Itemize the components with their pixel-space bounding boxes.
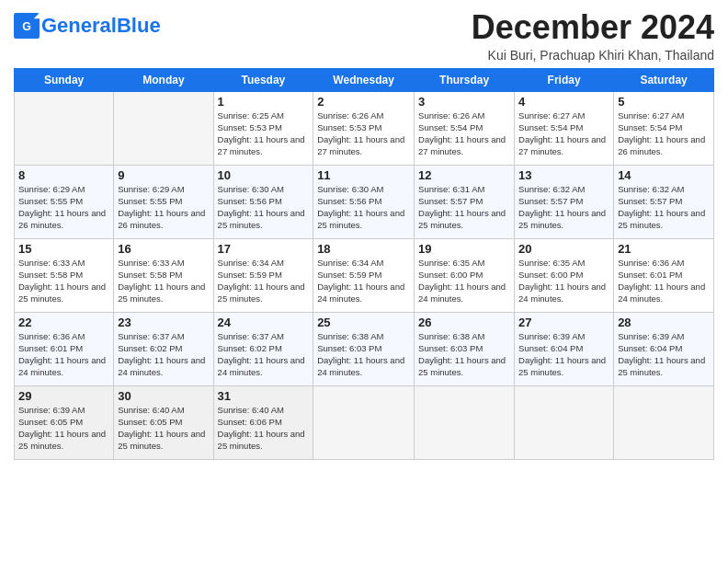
month-title: December 2024	[472, 9, 714, 46]
day-number: 10	[218, 168, 310, 182]
day-info: Sunrise: 6:38 AMSunset: 6:03 PMDaylight:…	[317, 330, 410, 379]
day-info: Sunrise: 6:30 AMSunset: 5:56 PMDaylight:…	[218, 183, 310, 232]
day-info: Sunrise: 6:35 AMSunset: 6:00 PMDaylight:…	[518, 257, 609, 305]
table-row: 13Sunrise: 6:32 AMSunset: 5:57 PMDayligh…	[515, 165, 614, 238]
day-number: 15	[18, 242, 109, 256]
col-thursday: Thursday	[415, 68, 515, 91]
day-number: 26	[418, 316, 510, 329]
day-info: Sunrise: 6:26 AMSunset: 5:53 PMDaylight:…	[317, 109, 410, 158]
table-row: 5Sunrise: 6:27 AMSunset: 5:54 PMDaylight…	[614, 91, 714, 165]
table-row: 8Sunrise: 6:29 AMSunset: 5:55 PMDaylight…	[15, 165, 114, 238]
day-info: Sunrise: 6:39 AMSunset: 6:04 PMDaylight:…	[518, 330, 609, 379]
day-info: Sunrise: 6:37 AMSunset: 6:02 PMDaylight:…	[118, 330, 209, 379]
table-row	[15, 91, 114, 165]
calendar-header-row: Sunday Monday Tuesday Wednesday Thursday…	[15, 68, 714, 91]
day-info: Sunrise: 6:35 AMSunset: 6:00 PMDaylight:…	[418, 257, 510, 305]
table-row: 9Sunrise: 6:29 AMSunset: 5:55 PMDaylight…	[114, 165, 213, 238]
day-info: Sunrise: 6:26 AMSunset: 5:54 PMDaylight:…	[418, 109, 510, 158]
day-info: Sunrise: 6:32 AMSunset: 5:57 PMDaylight:…	[518, 183, 609, 232]
day-number: 24	[218, 316, 310, 329]
day-number: 19	[418, 242, 510, 256]
day-number: 21	[618, 242, 710, 256]
col-monday: Monday	[114, 68, 213, 91]
table-row	[515, 385, 614, 459]
header: G GeneralBlue December 2024 Kui Buri, Pr…	[14, 9, 714, 63]
table-row: 25Sunrise: 6:38 AMSunset: 6:03 PMDayligh…	[313, 312, 415, 385]
day-info: Sunrise: 6:33 AMSunset: 5:58 PMDaylight:…	[118, 257, 209, 305]
page: G GeneralBlue December 2024 Kui Buri, Pr…	[0, 0, 728, 469]
logo-icon: G	[14, 13, 40, 39]
day-info: Sunrise: 6:32 AMSunset: 5:57 PMDaylight:…	[618, 183, 710, 232]
day-number: 11	[317, 168, 410, 182]
col-friday: Friday	[515, 68, 614, 91]
table-row: 22Sunrise: 6:36 AMSunset: 6:01 PMDayligh…	[15, 312, 114, 385]
day-number: 20	[518, 242, 609, 256]
calendar-week-row: 1Sunrise: 6:25 AMSunset: 5:53 PMDaylight…	[15, 91, 714, 165]
day-number: 23	[118, 316, 209, 329]
table-row: 1Sunrise: 6:25 AMSunset: 5:53 PMDaylight…	[213, 91, 313, 165]
col-wednesday: Wednesday	[313, 68, 415, 91]
title-block: December 2024 Kui Buri, Prachuap Khiri K…	[472, 9, 714, 63]
day-info: Sunrise: 6:40 AMSunset: 6:05 PMDaylight:…	[118, 404, 209, 453]
day-info: Sunrise: 6:33 AMSunset: 5:58 PMDaylight:…	[18, 257, 109, 305]
table-row: 20Sunrise: 6:35 AMSunset: 6:00 PMDayligh…	[515, 238, 614, 312]
table-row: 4Sunrise: 6:27 AMSunset: 5:54 PMDaylight…	[515, 91, 614, 165]
logo-general: General	[41, 14, 117, 37]
day-number: 22	[18, 316, 109, 329]
table-row: 11Sunrise: 6:30 AMSunset: 5:56 PMDayligh…	[313, 165, 415, 238]
logo-blue: Blue	[117, 14, 161, 37]
table-row: 16Sunrise: 6:33 AMSunset: 5:58 PMDayligh…	[114, 238, 213, 312]
day-info: Sunrise: 6:39 AMSunset: 6:04 PMDaylight:…	[618, 330, 710, 379]
day-number: 27	[518, 316, 609, 329]
table-row: 31Sunrise: 6:40 AMSunset: 6:06 PMDayligh…	[213, 385, 313, 459]
day-info: Sunrise: 6:40 AMSunset: 6:06 PMDaylight:…	[218, 404, 310, 453]
day-info: Sunrise: 6:27 AMSunset: 5:54 PMDaylight:…	[618, 109, 710, 158]
day-info: Sunrise: 6:37 AMSunset: 6:02 PMDaylight:…	[218, 330, 310, 379]
calendar: Sunday Monday Tuesday Wednesday Thursday…	[14, 68, 714, 460]
day-number: 4	[518, 95, 609, 109]
day-number: 30	[118, 389, 209, 403]
day-number: 16	[118, 242, 209, 256]
table-row	[114, 91, 213, 165]
calendar-week-row: 29Sunrise: 6:39 AMSunset: 6:05 PMDayligh…	[15, 385, 714, 459]
day-info: Sunrise: 6:29 AMSunset: 5:55 PMDaylight:…	[118, 183, 209, 232]
table-row: 2Sunrise: 6:26 AMSunset: 5:53 PMDaylight…	[313, 91, 415, 165]
col-saturday: Saturday	[614, 68, 714, 91]
table-row: 18Sunrise: 6:34 AMSunset: 5:59 PMDayligh…	[313, 238, 415, 312]
day-number: 12	[418, 168, 510, 182]
day-info: Sunrise: 6:38 AMSunset: 6:03 PMDaylight:…	[418, 330, 510, 379]
table-row	[313, 385, 415, 459]
day-number: 17	[218, 242, 310, 256]
table-row: 14Sunrise: 6:32 AMSunset: 5:57 PMDayligh…	[614, 165, 714, 238]
table-row: 17Sunrise: 6:34 AMSunset: 5:59 PMDayligh…	[213, 238, 313, 312]
day-info: Sunrise: 6:30 AMSunset: 5:56 PMDaylight:…	[317, 183, 410, 232]
table-row: 12Sunrise: 6:31 AMSunset: 5:57 PMDayligh…	[415, 165, 515, 238]
day-info: Sunrise: 6:34 AMSunset: 5:59 PMDaylight:…	[218, 257, 310, 305]
day-number: 31	[218, 389, 310, 403]
location: Kui Buri, Prachuap Khiri Khan, Thailand	[472, 48, 714, 63]
day-number: 2	[317, 95, 410, 109]
day-info: Sunrise: 6:39 AMSunset: 6:05 PMDaylight:…	[18, 404, 109, 453]
day-info: Sunrise: 6:29 AMSunset: 5:55 PMDaylight:…	[18, 183, 109, 232]
day-number: 8	[18, 168, 109, 182]
table-row: 27Sunrise: 6:39 AMSunset: 6:04 PMDayligh…	[515, 312, 614, 385]
table-row: 28Sunrise: 6:39 AMSunset: 6:04 PMDayligh…	[614, 312, 714, 385]
day-number: 13	[518, 168, 609, 182]
day-number: 25	[317, 316, 410, 329]
calendar-week-row: 15Sunrise: 6:33 AMSunset: 5:58 PMDayligh…	[15, 238, 714, 312]
col-tuesday: Tuesday	[213, 68, 313, 91]
day-info: Sunrise: 6:36 AMSunset: 6:01 PMDaylight:…	[18, 330, 109, 379]
day-number: 28	[618, 316, 710, 329]
table-row: 3Sunrise: 6:26 AMSunset: 5:54 PMDaylight…	[415, 91, 515, 165]
col-sunday: Sunday	[15, 68, 114, 91]
logo-text: GeneralBlue	[41, 16, 161, 36]
day-number: 29	[18, 389, 109, 403]
day-number: 18	[317, 242, 410, 256]
table-row: 29Sunrise: 6:39 AMSunset: 6:05 PMDayligh…	[15, 385, 114, 459]
calendar-week-row: 8Sunrise: 6:29 AMSunset: 5:55 PMDaylight…	[15, 165, 714, 238]
day-number: 14	[618, 168, 710, 182]
day-info: Sunrise: 6:27 AMSunset: 5:54 PMDaylight:…	[518, 109, 609, 158]
day-number: 3	[418, 95, 510, 109]
day-info: Sunrise: 6:36 AMSunset: 6:01 PMDaylight:…	[618, 257, 710, 305]
table-row: 23Sunrise: 6:37 AMSunset: 6:02 PMDayligh…	[114, 312, 213, 385]
